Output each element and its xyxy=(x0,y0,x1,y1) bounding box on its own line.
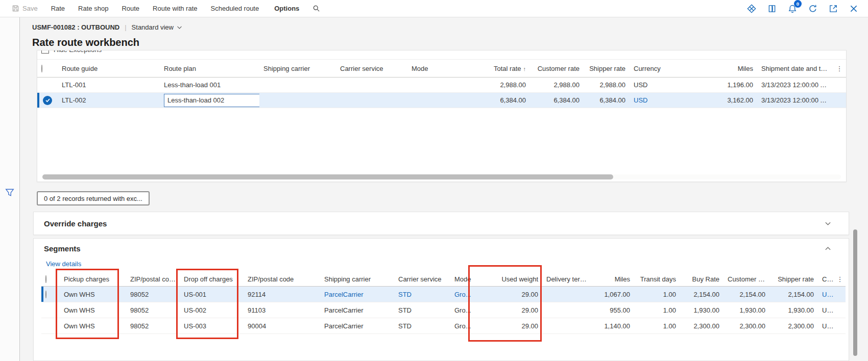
cell-pickup-charges[interactable]: Own WHS xyxy=(60,306,126,314)
cell-shipping-carrier[interactable]: ParcelCarrier xyxy=(320,306,394,314)
hide-exceptions-checkbox[interactable] xyxy=(41,50,49,54)
cell-miles[interactable]: 955.00 xyxy=(591,306,634,314)
cell-buy-rate[interactable]: 2,154.00 xyxy=(680,291,724,298)
cell-zip-2[interactable]: 91103 xyxy=(244,306,320,314)
col-buy-rate[interactable]: Buy Rate xyxy=(680,275,724,283)
grid-options-icon[interactable]: ⋮ xyxy=(834,276,846,282)
cell-customer-rate[interactable]: 2,154.00 xyxy=(724,291,769,298)
dynamics-product-icon[interactable] xyxy=(741,4,762,13)
col-miles[interactable]: Miles xyxy=(678,65,757,72)
records-returned-button[interactable]: 0 of 2 records returned with exc... xyxy=(37,191,150,205)
cell-miles[interactable]: 1,067.00 xyxy=(591,291,634,298)
cell-total-rate[interactable]: 6,384.00 xyxy=(459,96,530,104)
menu-item-rate[interactable]: Rate xyxy=(44,0,71,17)
cell-shipper-rate[interactable]: 6,384.00 xyxy=(584,96,630,104)
cell-miles[interactable]: 3,162.00 xyxy=(678,96,757,104)
filter-icon[interactable] xyxy=(5,24,14,361)
cell-transit-days[interactable]: 1.00 xyxy=(634,291,680,298)
cell-used-weight[interactable]: 29.00 xyxy=(486,291,542,298)
cell-drop-off-charges[interactable]: US-003 xyxy=(180,322,244,330)
save-button[interactable]: Save xyxy=(5,0,44,17)
cell-shipping-carrier-link[interactable]: ParcelCarrier xyxy=(320,291,394,298)
cell-used-weight[interactable]: 29.00 xyxy=(486,322,542,330)
cell-mode[interactable]: Gro... xyxy=(450,306,486,314)
cell-shipment-date[interactable]: 3/13/2023 12:00:00 AM xyxy=(757,96,833,104)
cell-buy-rate[interactable]: 1,930.00 xyxy=(680,306,724,314)
options-menu[interactable]: Options xyxy=(268,0,306,17)
cell-currency[interactable]: USD xyxy=(818,322,834,330)
cell-currency[interactable]: USD xyxy=(818,306,834,314)
cell-customer-rate[interactable]: 6,384.00 xyxy=(530,96,584,104)
cell-zip-1[interactable]: 98052 xyxy=(126,306,180,314)
col-carrier-service[interactable]: Carrier service xyxy=(394,275,450,283)
cell-carrier-service[interactable]: STD xyxy=(394,322,450,330)
override-charges-header[interactable]: Override charges xyxy=(34,212,849,235)
segment-row-us-001-selected[interactable]: Own WHS 98052 US-001 92114 ParcelCarrier… xyxy=(41,287,846,302)
cell-route-plan[interactable]: Less-than-load 001 xyxy=(160,81,259,89)
col-currency[interactable]: Cur xyxy=(818,275,834,283)
menu-item-scheduled-route[interactable]: Scheduled route xyxy=(204,0,266,17)
col-shipment-date[interactable]: Shipment date and time xyxy=(757,65,833,72)
cell-carrier-service-link[interactable]: STD xyxy=(394,291,450,298)
vertical-scrollbar-thumb[interactable] xyxy=(853,229,857,356)
close-icon[interactable] xyxy=(843,4,864,13)
route-plan-edit-input[interactable] xyxy=(164,94,259,107)
cell-mode-link[interactable]: Gro... xyxy=(450,291,486,298)
cell-customer-rate[interactable]: 1,930.00 xyxy=(724,306,769,314)
col-used-weight[interactable]: Used weight xyxy=(486,275,542,283)
col-shipping-carrier[interactable]: Shipping carrier xyxy=(320,275,394,283)
cell-pickup-charges[interactable]: Own WHS xyxy=(60,322,126,330)
select-all-radio[interactable] xyxy=(45,275,46,283)
record-breadcrumb[interactable]: USMF-001082 : OUTBOUND xyxy=(32,23,119,31)
segments-header[interactable]: Segments xyxy=(34,239,849,258)
cell-buy-rate[interactable]: 2,300.00 xyxy=(680,322,724,330)
cell-currency-link[interactable]: USD xyxy=(818,291,834,298)
cell-customer-rate[interactable]: 2,988.00 xyxy=(530,81,584,89)
col-drop-off-charges[interactable]: Drop off charges xyxy=(180,275,244,283)
col-mode[interactable]: Mode xyxy=(407,65,459,72)
office-apps-icon[interactable] xyxy=(762,4,782,13)
cell-shipper-rate[interactable]: 2,154.00 xyxy=(769,291,818,298)
grid-options-icon[interactable]: ⋮ xyxy=(833,65,846,72)
expand-section-chevron-down-icon[interactable] xyxy=(817,218,838,229)
col-shipping-carrier[interactable]: Shipping carrier xyxy=(259,65,336,72)
cell-transit-days[interactable]: 1.00 xyxy=(634,306,680,314)
menu-item-route-with-rate[interactable]: Route with rate xyxy=(146,0,204,17)
cell-zip-2[interactable]: 90004 xyxy=(244,322,320,330)
cell-shipping-carrier[interactable]: ParcelCarrier xyxy=(320,322,394,330)
cell-zip-1[interactable]: 98052 xyxy=(126,291,180,298)
col-pickup-charges[interactable]: Pickup charges xyxy=(60,275,126,283)
cell-drop-off-charges[interactable]: US-002 xyxy=(180,306,244,314)
row-selected-check-icon[interactable] xyxy=(43,96,52,105)
col-zip-postal-code-1[interactable]: ZIP/postal code xyxy=(126,275,180,283)
cell-transit-days[interactable]: 1.00 xyxy=(634,322,680,330)
col-transit-days[interactable]: Transit days xyxy=(634,275,680,283)
menu-item-route[interactable]: Route xyxy=(115,0,146,17)
refresh-icon[interactable] xyxy=(803,4,823,13)
col-miles[interactable]: Miles xyxy=(591,275,634,283)
cell-customer-rate[interactable]: 2,300.00 xyxy=(724,322,769,330)
horizontal-scrollbar-track[interactable] xyxy=(42,174,841,179)
col-total-rate[interactable]: Total rate↑ xyxy=(459,65,530,72)
view-selector[interactable]: Standard view xyxy=(132,23,182,31)
cell-zip-2[interactable]: 92114 xyxy=(244,291,320,298)
cell-route-guide[interactable]: LTL-001 xyxy=(58,81,160,89)
menu-item-rate-shop[interactable]: Rate shop xyxy=(71,0,115,17)
cell-carrier-service[interactable]: STD xyxy=(394,306,450,314)
cell-route-guide[interactable]: LTL-002 xyxy=(58,96,160,104)
cell-shipment-date[interactable]: 3/13/2023 12:00:00 AM xyxy=(757,81,833,89)
cell-currency-link[interactable]: USD xyxy=(630,96,678,104)
command-search-button[interactable] xyxy=(306,0,327,17)
cell-total-rate[interactable]: 2,988.00 xyxy=(459,81,530,89)
col-mode[interactable]: Mode xyxy=(450,275,486,283)
col-route-guide[interactable]: Route guide xyxy=(58,65,160,72)
collapse-section-chevron-up-icon[interactable] xyxy=(817,243,838,254)
col-customer-rate[interactable]: Customer rate xyxy=(724,275,769,283)
col-zip-postal-code-2[interactable]: ZIP/postal code xyxy=(244,275,320,283)
route-row-ltl-002-selected[interactable]: LTL-002 6,384.00 6,384.00 6,384.00 USD 3… xyxy=(37,93,846,108)
cell-pickup-charges[interactable]: Own WHS xyxy=(60,291,126,298)
col-carrier-service[interactable]: Carrier service xyxy=(336,65,407,72)
col-currency[interactable]: Currency xyxy=(630,65,678,72)
cell-currency[interactable]: USD xyxy=(630,81,678,89)
cell-shipper-rate[interactable]: 1,930.00 xyxy=(769,306,818,314)
